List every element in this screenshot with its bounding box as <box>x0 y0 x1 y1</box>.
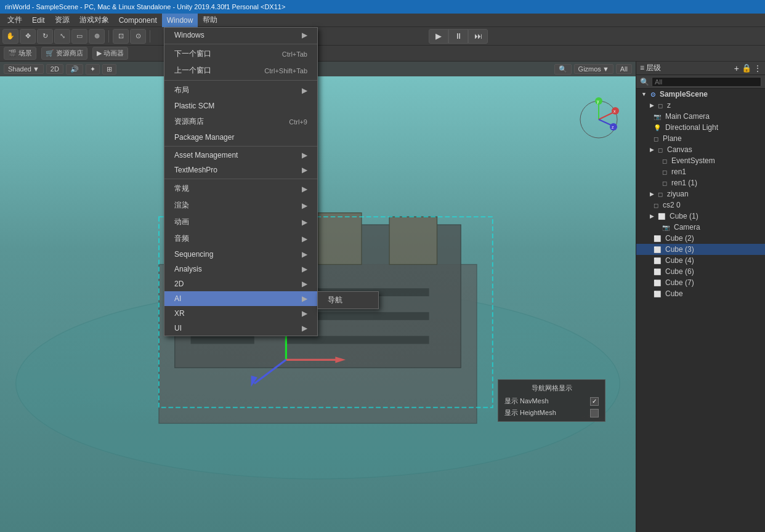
play-controls: ▶ ⏸ ⏭ <box>429 29 488 44</box>
scene-all-btn[interactable]: All <box>616 64 632 74</box>
menu-file[interactable]: 文件 <box>2 14 27 27</box>
pause-btn[interactable]: ⏸ <box>448 29 468 44</box>
gizmo-svg: y x z <box>574 95 623 144</box>
hierarchy-item-maincamera[interactable]: 📷 Main Camera <box>636 111 765 122</box>
ai-submenu: 导航 <box>317 291 379 309</box>
hierarchy-item-ren1-1[interactable]: ◻ ren1 (1) <box>636 177 765 188</box>
hierarchy-item-ziyuan[interactable]: ▶ ◻ ziyuan <box>636 188 765 200</box>
scene-fx-btn[interactable]: ✦ <box>86 64 100 75</box>
wm-layout[interactable]: 布局 ▶ <box>164 82 317 99</box>
hierarchy-scene-root[interactable]: ▼ ⊙ SampleScene <box>636 89 765 100</box>
wm-next-window[interactable]: 下一个窗口 Ctrl+Tab <box>164 46 317 62</box>
wm-plastic[interactable]: Plastic SCM <box>164 99 317 113</box>
hierarchy-item-cube6[interactable]: ⬜ Cube (6) <box>636 266 765 277</box>
svg-text:x: x <box>613 109 616 113</box>
hierarchy-item-z[interactable]: ▶ ◻ z <box>636 100 765 111</box>
wm-analysis[interactable]: Analysis ▶ <box>164 262 317 276</box>
hierarchy-item-cube7[interactable]: ⬜ Cube (7) <box>636 277 765 288</box>
wm-ui[interactable]: UI ▶ <box>164 321 317 336</box>
hierarchy-item-cube2[interactable]: ⬜ Cube (2) <box>636 233 765 244</box>
hierarchy-search-input[interactable] <box>652 77 761 87</box>
wm-package-manager[interactable]: Package Manager <box>164 130 317 145</box>
hierarchy-item-canvas[interactable]: ▶ ◻ Canvas <box>636 144 765 155</box>
hierarchy-item-plane[interactable]: ◻ Plane <box>636 133 765 144</box>
wm-xr-arrow: ▶ <box>302 309 307 318</box>
rotate-tool-btn[interactable]: ↻ <box>37 29 53 44</box>
hierarchy-lock-icon[interactable]: 🔒 <box>742 63 751 73</box>
wm-audio[interactable]: 音频 ▶ <box>164 230 317 247</box>
svg-rect-10 <box>191 336 254 344</box>
hierarchy-item-cube4[interactable]: ⬜ Cube (4) <box>636 255 765 266</box>
scale-tool-btn[interactable]: ⤡ <box>54 29 70 44</box>
scene-search-icon[interactable]: 🔍 <box>554 64 572 75</box>
hierarchy-label-cube4: Cube (4) <box>665 256 694 265</box>
hierarchy-item-cube3[interactable]: ⬜ Cube (3) <box>636 244 765 255</box>
animator-tab[interactable]: ▶ 动画器 <box>92 47 128 60</box>
shading-dropdown[interactable]: Shaded ▼ <box>4 64 44 74</box>
hierarchy-item-cs2[interactable]: ◻ cs2 0 <box>636 200 765 211</box>
wm-asset-store[interactable]: 资源商店 Ctrl+9 <box>164 113 317 130</box>
navmesh-checkbox-navmesh[interactable] <box>590 397 599 406</box>
2d-btn[interactable]: 2D <box>46 64 63 74</box>
store-tab[interactable]: 🛒 资源商店 <box>41 47 87 60</box>
menu-gameobject[interactable]: 游戏对象 <box>75 14 114 27</box>
store-label: 资源商店 <box>56 49 83 58</box>
wm-render[interactable]: 渲染 ▶ <box>164 197 317 214</box>
menu-bar: 文件 Edit 资源 游戏对象 Component Window 帮助 <box>0 14 765 27</box>
hierarchy-list: ▼ ⊙ SampleScene ▶ ◻ z 📷 Main Camera 💡 Di… <box>636 89 765 532</box>
wm-audio-arrow: ▶ <box>302 235 307 243</box>
move-tool-btn[interactable]: ✥ <box>20 29 36 44</box>
navmesh-label-heightmesh: 显示 HeightMesh <box>504 408 556 417</box>
wm-windows[interactable]: Windows ▶ <box>164 28 317 42</box>
navmesh-checkbox-heightmesh[interactable] <box>590 409 599 417</box>
hierarchy-title: ≡ 层级 <box>640 63 661 73</box>
hierarchy-item-cube[interactable]: ⬜ Cube <box>636 288 765 299</box>
wm-ai-arrow: ▶ <box>302 294 307 303</box>
wm-asset-mgmt[interactable]: Asset Management ▶ <box>164 148 317 163</box>
ai-nav-item[interactable]: 导航 <box>318 292 378 308</box>
hierarchy-item-dirlight[interactable]: 💡 Directional Light <box>636 122 765 133</box>
menu-edit[interactable]: Edit <box>27 14 50 27</box>
hierarchy-label-cube2: Cube (2) <box>665 234 694 243</box>
wm-textmeshpro[interactable]: TextMeshPro ▶ <box>164 163 317 177</box>
gizmos-btn[interactable]: Gizmos ▼ <box>574 64 613 74</box>
pivot-btn[interactable]: ⊡ <box>113 29 129 44</box>
hierarchy-add-btn[interactable]: + <box>734 63 739 73</box>
svg-line-23 <box>599 112 614 119</box>
wm-ui-arrow: ▶ <box>302 324 307 332</box>
svg-line-26 <box>599 119 612 126</box>
step-btn[interactable]: ⏭ <box>468 29 488 44</box>
wm-prev-window[interactable]: 上一个窗口 Ctrl+Shift+Tab <box>164 62 317 79</box>
wm-windows-arrow: ▶ <box>302 31 307 39</box>
wm-xr[interactable]: XR ▶ <box>164 306 317 321</box>
main-content: Shaded ▼ 2D 🔊 ✦ ⊞ 🔍 Gizmos ▼ All <box>0 62 765 532</box>
wm-textmeshpro-arrow: ▶ <box>302 166 307 174</box>
hierarchy-item-cube1[interactable]: ▶ ⬜ Cube (1) <box>636 211 765 222</box>
menu-window[interactable]: Window <box>162 14 198 27</box>
hierarchy-item-ren1[interactable]: ◻ ren1 <box>636 166 765 177</box>
hand-tool-btn[interactable]: ✋ <box>2 29 18 44</box>
wm-2d[interactable]: 2D ▶ <box>164 276 317 291</box>
hierarchy-more-btn[interactable]: ⋮ <box>754 64 761 73</box>
transform-tool-btn[interactable]: ⊕ <box>89 29 105 44</box>
wm-animation[interactable]: 动画 ▶ <box>164 214 317 230</box>
hierarchy-item-camera2[interactable]: 📷 Camera <box>636 222 765 233</box>
play-btn[interactable]: ▶ <box>429 29 448 44</box>
menu-component[interactable]: Component <box>114 14 162 27</box>
wm-divider-2 <box>164 80 317 81</box>
svg-text:z: z <box>612 125 614 129</box>
navmesh-display-panel: 导航网格显示 显示 NavMesh 显示 HeightMesh <box>498 379 605 422</box>
menu-assets[interactable]: 资源 <box>50 14 75 27</box>
audio-btn[interactable]: 🔊 <box>66 64 83 75</box>
scene-extra-btn[interactable]: ⊞ <box>102 64 116 75</box>
scene-tab[interactable]: 🎬 场景 <box>4 47 36 60</box>
global-btn[interactable]: ⊙ <box>130 29 146 44</box>
hierarchy-item-eventsystem[interactable]: ◻ EventSystem <box>636 155 765 166</box>
wm-general[interactable]: 常规 ▶ <box>164 180 317 197</box>
wm-sequencing[interactable]: Sequencing ▶ <box>164 247 317 262</box>
hierarchy-label-z: z <box>667 101 671 110</box>
menu-help[interactable]: 帮助 <box>198 14 222 27</box>
rect-tool-btn[interactable]: ▭ <box>71 29 87 44</box>
secondary-bar: 🎬 场景 🛒 资源商店 ▶ 动画器 <box>0 46 765 62</box>
wm-ai[interactable]: AI ▶ <box>164 291 317 306</box>
